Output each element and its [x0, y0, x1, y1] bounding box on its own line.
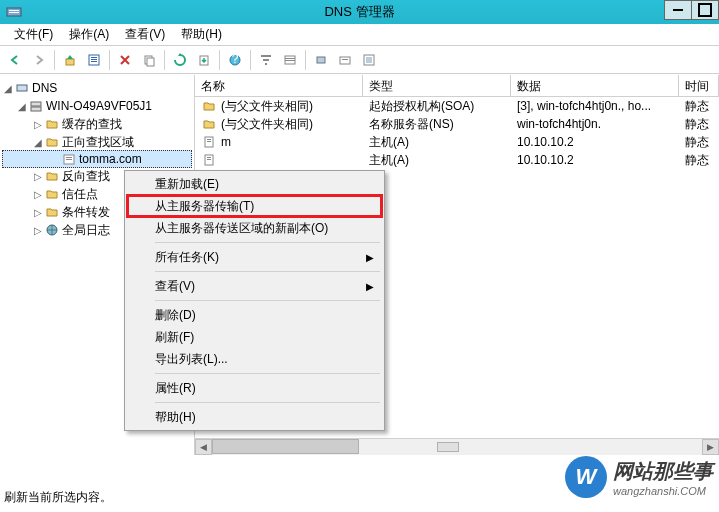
context-menu: 重新加载(E) 从主服务器传输(T) 从主服务器传送区域的新副本(O) 所有任务…: [124, 170, 385, 431]
tree-zone-selected[interactable]: tomma.com: [2, 150, 192, 168]
table-row[interactable]: (与父文件夹相同)起始授权机构(SOA)[3], win-tofch4htj0n…: [195, 97, 719, 115]
toolbar: ?: [0, 46, 719, 74]
expand-icon[interactable]: ▷: [32, 225, 44, 236]
tree-forward-zones[interactable]: ◢ 正向查找区域: [2, 133, 192, 151]
scroll-track[interactable]: [212, 439, 702, 455]
folder-icon: [44, 116, 60, 132]
menu-view[interactable]: 查看(V): [117, 24, 173, 45]
col-data[interactable]: 数据: [511, 75, 679, 96]
col-time[interactable]: 时间: [679, 75, 719, 96]
properties-button[interactable]: [83, 49, 105, 71]
up-button[interactable]: [59, 49, 81, 71]
cell-name: m: [195, 134, 363, 150]
menu-separator: [155, 373, 380, 374]
col-name[interactable]: 名称: [195, 75, 363, 96]
horizontal-scrollbar[interactable]: ◀ ▶: [195, 438, 719, 455]
menu-bar: 文件(F) 操作(A) 查看(V) 帮助(H): [0, 24, 719, 46]
ctx-new-copy-from-master[interactable]: 从主服务器传送区域的新副本(O): [127, 217, 382, 239]
cell-name: (与父文件夹相同): [195, 116, 363, 133]
ctx-refresh[interactable]: 刷新(F): [127, 326, 382, 348]
title-bar: DNS 管理器: [0, 0, 719, 24]
svg-rect-3: [66, 59, 74, 65]
svg-rect-19: [317, 57, 325, 63]
expand-icon[interactable]: ◢: [32, 137, 44, 148]
expand-icon[interactable]: ◢: [16, 101, 28, 112]
refresh-button[interactable]: [169, 49, 191, 71]
menu-action[interactable]: 操作(A): [61, 24, 117, 45]
cell-data: 10.10.10.2: [511, 153, 679, 167]
tree-label: WIN-O49A9VF05J1: [46, 99, 152, 113]
forward-button[interactable]: [28, 49, 50, 71]
minimize-button[interactable]: [664, 0, 692, 20]
menu-file[interactable]: 文件(F): [6, 24, 61, 45]
tree-cache[interactable]: ▷ 缓存的查找: [2, 115, 192, 133]
watermark-logo-icon: W: [565, 456, 607, 498]
expand-icon[interactable]: ▷: [32, 189, 44, 200]
expand-icon[interactable]: ◢: [2, 83, 14, 94]
ctx-transfer-from-master[interactable]: 从主服务器传输(T): [127, 195, 382, 217]
expand-icon[interactable]: ▷: [32, 119, 44, 130]
column-headers: 名称 类型 数据 时间: [195, 75, 719, 97]
svg-rect-6: [91, 59, 97, 60]
col-type[interactable]: 类型: [363, 75, 511, 96]
table-row[interactable]: 主机(A)10.10.10.2静态: [195, 151, 719, 169]
svg-rect-5: [91, 57, 97, 58]
table-row[interactable]: (与父文件夹相同)名称服务器(NS)win-tofch4htj0n.静态: [195, 115, 719, 133]
back-button[interactable]: [4, 49, 26, 71]
list-button[interactable]: [279, 49, 301, 71]
cell-name: [195, 152, 363, 168]
status-bar: 刷新当前所选内容。: [4, 489, 112, 506]
svg-rect-7: [91, 61, 97, 62]
tree-label: 缓存的查找: [62, 116, 122, 133]
server-icon: [28, 98, 44, 114]
svg-rect-2: [9, 12, 19, 13]
cell-type: 起始授权机构(SOA): [363, 98, 511, 115]
svg-rect-25: [31, 102, 41, 106]
svg-rect-21: [342, 59, 348, 60]
delete-button[interactable]: [114, 49, 136, 71]
tree-root-dns[interactable]: ◢ DNS: [2, 79, 192, 97]
table-row[interactable]: m主机(A)10.10.10.2静态: [195, 133, 719, 151]
tree-label: 正向查找区域: [62, 134, 134, 151]
svg-text:?: ?: [232, 53, 239, 66]
export-button[interactable]: [193, 49, 215, 71]
menu-separator: [155, 300, 380, 301]
tree-label: 信任点: [62, 186, 98, 203]
tree-label: 条件转发: [62, 204, 110, 221]
expand-icon[interactable]: ▷: [32, 171, 44, 182]
tree-server[interactable]: ◢ WIN-O49A9VF05J1: [2, 97, 192, 115]
cell-type: 主机(A): [363, 134, 511, 151]
cell-name: (与父文件夹相同): [195, 98, 363, 115]
menu-help[interactable]: 帮助(H): [173, 24, 230, 45]
svg-rect-20: [340, 57, 350, 64]
zone-icon: [61, 151, 77, 167]
scroll-thumb[interactable]: [212, 439, 359, 454]
maximize-button[interactable]: [691, 0, 719, 20]
cell-time: 静态: [679, 134, 719, 151]
help-button[interactable]: ?: [224, 49, 246, 71]
ctx-all-tasks[interactable]: 所有任务(K)▶: [127, 246, 382, 268]
window-title: DNS 管理器: [324, 3, 394, 21]
svg-rect-23: [366, 57, 372, 63]
ctx-delete[interactable]: 删除(D): [127, 304, 382, 326]
scroll-right-button[interactable]: ▶: [702, 439, 719, 455]
cell-type: 名称服务器(NS): [363, 116, 511, 133]
ctx-view[interactable]: 查看(V)▶: [127, 275, 382, 297]
cell-time: 静态: [679, 116, 719, 133]
filter-button[interactable]: [255, 49, 277, 71]
folder-icon: [44, 168, 60, 184]
new-server-button[interactable]: [310, 49, 332, 71]
new-zone-button[interactable]: [334, 49, 356, 71]
cell-data: win-tofch4htj0n.: [511, 117, 679, 131]
svg-rect-28: [66, 157, 72, 158]
ctx-export[interactable]: 导出列表(L)...: [127, 348, 382, 370]
expand-icon[interactable]: ▷: [32, 207, 44, 218]
new-record-button[interactable]: [358, 49, 380, 71]
ctx-properties[interactable]: 属性(R): [127, 377, 382, 399]
scroll-left-button[interactable]: ◀: [195, 439, 212, 455]
ctx-reload[interactable]: 重新加载(E): [127, 173, 382, 195]
folder-icon: [44, 186, 60, 202]
copy-button[interactable]: [138, 49, 160, 71]
svg-rect-1: [9, 10, 19, 11]
ctx-help[interactable]: 帮助(H): [127, 406, 382, 428]
